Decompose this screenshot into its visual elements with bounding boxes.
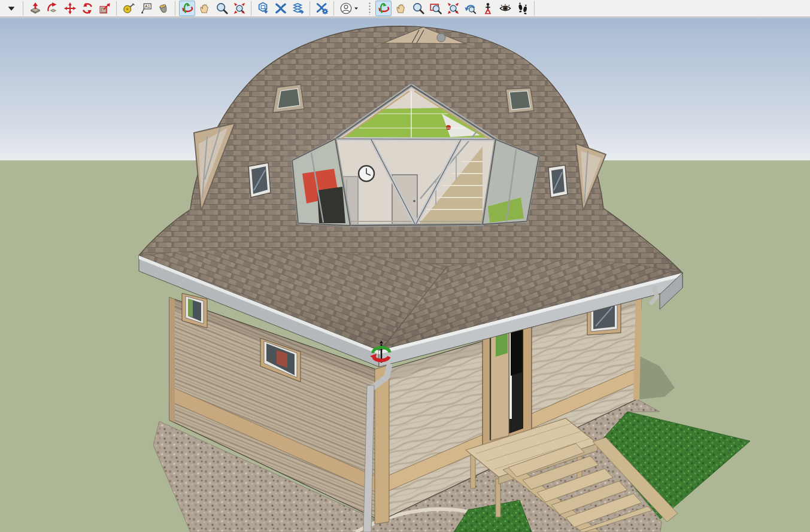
look-around-tool[interactable] [497,1,513,16]
zoom-tool[interactable] [214,1,230,16]
model-scene [0,18,810,532]
pan-tool[interactable] [196,1,213,16]
toolbar-separator [310,1,310,16]
camera-pan-tool[interactable] [393,1,409,16]
orbit-tool[interactable] [179,1,195,16]
share-model[interactable] [290,1,306,16]
caret-down-icon [353,2,360,15]
toolbar-separator [23,1,23,16]
pan-icon [395,2,408,15]
zoom-icon [412,2,425,15]
camera-zoom-extents-tool[interactable] [445,1,461,16]
walk-tool[interactable] [514,1,530,16]
camera-zoom-tool[interactable] [410,1,426,16]
zoom-extents-icon [447,2,460,15]
scale-icon [98,2,111,15]
zoom-window-tool[interactable] [427,1,444,16]
model-viewport[interactable] [0,18,810,532]
zoom-icon [216,2,229,15]
dimension-icon [139,2,153,15]
paint-bucket-tool[interactable] [155,1,171,16]
extension-manager[interactable] [314,1,330,16]
position-camera-tool[interactable] [480,1,496,16]
caret-down-icon [353,2,360,15]
zoom-extents-icon [233,2,246,15]
ext-warehouse-icon [274,2,287,15]
look-around-icon [499,2,512,15]
zoom-prev-icon [464,2,477,15]
corner-trim-front [375,365,389,524]
warehouse-icon [257,2,270,15]
dimension-tool[interactable] [138,1,154,16]
orbit-icon [181,2,194,15]
follow-me-tool[interactable] [44,1,60,16]
toolbar [0,0,810,17]
tape-measure-tool[interactable] [120,1,136,16]
toolbar-options-caret[interactable] [3,1,19,16]
toolbar-separator [333,1,334,16]
position-camera-icon [481,2,495,15]
toolbar-separator [175,1,175,16]
camera-orbit-tool[interactable] [375,1,392,16]
move-tool[interactable] [62,1,78,16]
followme-icon [46,2,59,15]
zoom-previous-tool[interactable] [462,1,478,16]
corner-trim-left [169,297,175,422]
avatar-icon [339,2,353,15]
zoom-extents-tool[interactable] [231,1,247,16]
ext-manager-icon [315,2,329,15]
zoom-window-icon [429,2,442,15]
walk-icon [516,2,529,15]
sign-in-account[interactable] [338,1,362,16]
toolbar-separator [251,1,251,16]
toolbar-grip [368,2,371,15]
rotate-icon [81,2,94,15]
pushpull-icon [29,2,42,15]
orbit-icon [377,2,390,15]
caret-down-icon [5,2,18,15]
extension-warehouse[interactable] [272,1,289,16]
scale-tool[interactable] [96,1,113,16]
paint-icon [157,2,170,15]
pan-icon [198,2,211,15]
move-icon [63,2,77,15]
rotate-tool[interactable] [79,1,95,16]
push-pull-tool[interactable] [27,1,43,16]
share-layers-icon [292,2,305,15]
toolbar-separator [116,1,117,16]
tape-icon [122,2,135,15]
3d-warehouse[interactable] [255,1,271,16]
toolbar-separator [534,1,535,16]
